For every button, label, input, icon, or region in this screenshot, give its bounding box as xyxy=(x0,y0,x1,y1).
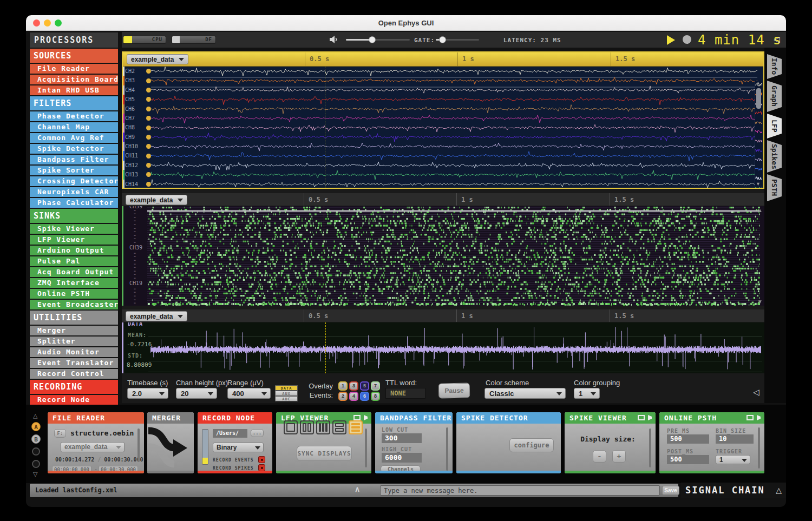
sidebar-item-record-node[interactable]: Record Node xyxy=(30,395,118,405)
signal-type-button-aux[interactable]: AUX xyxy=(275,391,298,396)
display-size-plus-button[interactable]: + xyxy=(612,450,626,463)
module-record-node[interactable]: RECORD NODE /Users/ ... Binary RECORD EV… xyxy=(198,412,272,473)
sidebar-item-zmq-interface[interactable]: ZMQ Interface xyxy=(30,278,118,288)
overlay-event-button-8[interactable]: 8 xyxy=(371,392,380,401)
sidebar-item-event-translator[interactable]: Event Translator xyxy=(30,358,118,368)
trace-plot-area[interactable]: DATA MEAN: -0.7216 STD: 8.80809 xyxy=(122,322,764,373)
speaker-icon[interactable] xyxy=(330,36,338,44)
layout-single-button[interactable] xyxy=(284,420,298,434)
range-dropdown[interactable]: 400 xyxy=(227,388,271,399)
gate-slider[interactable] xyxy=(436,39,479,41)
volume-slider-thumb[interactable] xyxy=(369,36,376,43)
bin-size-field[interactable]: 10 xyxy=(716,434,754,444)
module-spike-detector[interactable]: SPIKE DETECTOR configure xyxy=(456,412,561,473)
timebase-dropdown[interactable]: 2.0 xyxy=(127,388,168,399)
post-ms-field[interactable]: 500 xyxy=(667,455,709,464)
sidebar-item-intan-rhd-usb[interactable]: Intan RHD USB xyxy=(30,85,118,95)
sidebar-item-spike-viewer[interactable]: Spike Viewer xyxy=(30,224,118,234)
sidebar-item-phase-calculator[interactable]: Phase Calculator xyxy=(30,198,118,208)
open-window-icon[interactable] xyxy=(746,415,754,420)
lfp-overview-scrollbar[interactable]: ▲ ▼ xyxy=(755,81,762,187)
configure-button[interactable]: configure xyxy=(509,438,554,452)
play-button[interactable] xyxy=(667,35,675,45)
sidebar-item-merger[interactable]: Merger xyxy=(30,326,118,335)
channel-enable-dot[interactable] xyxy=(146,97,151,102)
channel-enable-dot[interactable] xyxy=(146,88,151,93)
record-path-field[interactable]: /Users/ xyxy=(213,429,247,438)
save-button[interactable]: Save xyxy=(662,486,679,495)
channel-enable-dot[interactable] xyxy=(146,78,151,83)
sidebar-item-online-psth[interactable]: Online PSTH xyxy=(30,289,118,299)
overlay-event-button-4[interactable]: 4 xyxy=(349,392,358,401)
channel-enable-dot[interactable] xyxy=(146,135,151,140)
module-scrollbar[interactable] xyxy=(446,427,448,471)
layout-three-col-button[interactable] xyxy=(316,420,330,434)
signal-type-button-data[interactable]: DATA xyxy=(275,385,298,391)
module-spike-viewer[interactable]: SPIKE VIEWER Display size: - + xyxy=(565,412,656,473)
channel-enable-dot[interactable] xyxy=(146,154,151,159)
overview-scroll-thumb[interactable] xyxy=(756,88,761,109)
sidebar-item-splitter[interactable]: Splitter xyxy=(30,337,118,346)
collapse-controls-icon[interactable]: ◁ xyxy=(753,387,759,397)
record-button[interactable] xyxy=(683,35,691,44)
chain-up-icon[interactable]: △ xyxy=(33,412,37,419)
sidebar-item-bandpass-filter[interactable]: Bandpass Filter xyxy=(30,155,118,164)
low-cut-field[interactable]: 300 xyxy=(382,433,422,443)
record-format-dropdown[interactable]: Binary xyxy=(213,443,264,452)
color-grouping-dropdown[interactable]: 1 xyxy=(574,388,600,399)
expand-chain-icon[interactable]: △ xyxy=(776,486,782,495)
raster-plot-area[interactable]: ============================CH59CH39CH19… xyxy=(122,206,764,306)
sidebar-item-file-reader[interactable]: File Reader xyxy=(30,64,118,74)
sidebar-item-common-avg-ref[interactable]: Common Avg Ref xyxy=(30,133,118,143)
chain-selector-empty-2[interactable] xyxy=(32,460,40,468)
data-source-dropdown[interactable]: example_data xyxy=(126,311,187,321)
scroll-up-icon[interactable]: ▲ xyxy=(757,207,763,213)
sidebar-item-acq-board-output[interactable]: Acq Board Output xyxy=(30,267,118,277)
module-file-reader[interactable]: FILE READER F: structure.oebin example_d… xyxy=(48,412,144,473)
data-source-dropdown[interactable]: example_data xyxy=(126,195,187,205)
sidebar-item-crossing-detector[interactable]: Crossing Detector xyxy=(30,176,118,186)
sidebar-item-acquisition-board[interactable]: Acquisition Board xyxy=(30,75,118,84)
module-scrollbar[interactable] xyxy=(758,427,760,469)
volume-slider[interactable] xyxy=(346,39,410,41)
sidebar-item-audio-monitor[interactable]: Audio Monitor xyxy=(30,347,118,357)
signal-chain-panel[interactable]: SIGNAL CHAIN △ xyxy=(681,483,786,498)
sidebar-item-spike-sorter[interactable]: Spike Sorter xyxy=(30,166,118,175)
module-bandpass-filter[interactable]: BANDPASS FILTER LOW_CUT 300 HIGH_CUT 600… xyxy=(375,412,453,473)
sidebar-item-channel-map[interactable]: Channel Map xyxy=(30,122,118,132)
sidebar-item-phase-detector[interactable]: Phase Detector xyxy=(30,111,118,121)
open-tab-icon[interactable] xyxy=(648,415,652,420)
channel-enable-dot[interactable] xyxy=(146,144,151,149)
gate-slider-thumb[interactable] xyxy=(439,36,446,43)
module-scrollbar[interactable] xyxy=(137,428,140,462)
module-scrollbar[interactable] xyxy=(365,428,367,467)
channel-enable-dot[interactable] xyxy=(146,126,151,130)
channel-enable-dot[interactable] xyxy=(146,107,151,111)
sidebar-item-arduino-output[interactable]: Arduino Output xyxy=(30,246,118,255)
channel-enable-dot[interactable] xyxy=(146,172,151,177)
viewer-tab-psth[interactable]: PSTH xyxy=(767,174,782,201)
signal-type-button-adc[interactable]: ADC xyxy=(275,396,298,401)
overlay-event-button-1[interactable]: 1 xyxy=(338,381,348,391)
open-tab-icon[interactable] xyxy=(364,415,368,420)
overlay-event-button-7[interactable]: 7 xyxy=(371,381,380,391)
sidebar-item-spike-detector[interactable]: Spike Detector xyxy=(30,144,118,154)
record-events-toggle[interactable] xyxy=(258,456,265,463)
collapse-toolbar-icon[interactable]: ◁ xyxy=(774,35,780,44)
chain-down-icon[interactable]: ▽ xyxy=(33,471,37,478)
overlay-event-button-3[interactable]: 3 xyxy=(349,381,358,391)
module-online-psth[interactable]: ONLINE PSTH PRE_MS 500 BIN_SIZE 10 POST_… xyxy=(659,412,764,473)
sidebar-item-event-broadcaster[interactable]: Event Broadcaster xyxy=(30,300,118,309)
viewer-tab-lfp[interactable]: LFP xyxy=(767,114,782,139)
color-scheme-dropdown[interactable]: Classic xyxy=(484,388,566,399)
chain-selector-b[interactable]: B xyxy=(31,434,41,444)
sidebar-item-pulse-pal[interactable]: Pulse Pal xyxy=(30,256,118,266)
scroll-up-icon[interactable]: ▲ xyxy=(756,80,761,85)
channel-enable-dot[interactable] xyxy=(146,116,151,121)
open-window-icon[interactable] xyxy=(638,415,645,420)
overlay-event-button-2[interactable]: 2 xyxy=(338,392,348,401)
overlay-event-button-5[interactable]: 5 xyxy=(360,381,369,391)
channel-enable-dot[interactable] xyxy=(146,69,151,74)
trigger-dropdown[interactable]: 1 xyxy=(716,455,750,464)
channel-enable-dot[interactable] xyxy=(146,163,151,168)
